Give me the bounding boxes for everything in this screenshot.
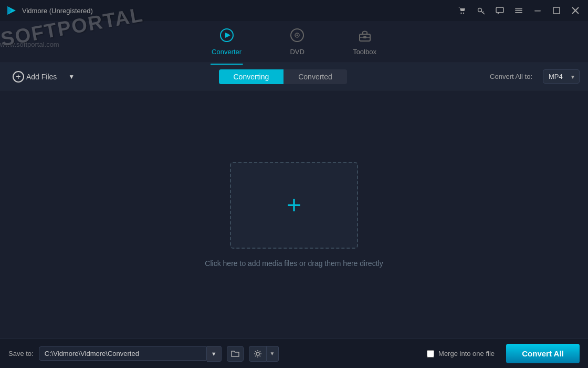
title-bar: Vidmore (Unregistered): [0, 0, 588, 21]
converted-tab[interactable]: Converted: [284, 69, 347, 84]
nav-toolbox-label: Toolbox: [353, 48, 376, 56]
add-files-dropdown-button[interactable]: ▼: [67, 71, 76, 83]
save-path-input[interactable]: [39, 346, 207, 361]
save-path-wrap: ▼: [39, 346, 222, 362]
add-files-plus-icon: +: [13, 71, 24, 83]
merge-wrap: Merge into one file: [284, 350, 495, 357]
merge-label: Merge into one file: [438, 350, 495, 357]
settings-button[interactable]: [249, 346, 267, 362]
main-content: + Click here to add media files or drag …: [0, 90, 588, 339]
svg-rect-23: [363, 36, 366, 38]
svg-point-4: [478, 8, 482, 12]
svg-point-24: [256, 352, 259, 355]
save-to-label: Save to:: [8, 350, 34, 357]
svg-rect-9: [515, 11, 522, 12]
nav-toolbox[interactable]: Toolbox: [344, 24, 385, 60]
add-files-button[interactable]: + Add Files: [8, 69, 61, 85]
add-files-label: Add Files: [26, 73, 57, 81]
toolbox-icon: [358, 28, 372, 46]
drop-zone-plus-icon: +: [287, 192, 301, 218]
converting-tab[interactable]: Converting: [219, 69, 284, 84]
drop-hint: Click here to add media files or drag th…: [205, 259, 383, 268]
top-nav: Converter DVD Toolbox: [0, 21, 588, 63]
settings-btn-wrap: ▼: [249, 346, 279, 362]
svg-rect-11: [534, 11, 541, 12]
drop-zone[interactable]: +: [230, 162, 358, 249]
menu-icon[interactable]: [511, 3, 526, 18]
settings-dropdown-button[interactable]: ▼: [267, 346, 279, 362]
save-path-dropdown-button[interactable]: ▼: [207, 346, 222, 362]
svg-line-6: [482, 12, 484, 13]
chat-icon[interactable]: [492, 3, 507, 18]
nav-converter[interactable]: Converter: [203, 24, 250, 60]
format-select[interactable]: MP4 MKV AVI MOV: [543, 69, 580, 84]
svg-point-17: [225, 33, 229, 37]
nav-converter-label: Converter: [212, 48, 242, 56]
format-select-wrap: MP4 MKV AVI MOV: [543, 69, 580, 84]
svg-point-3: [463, 13, 464, 14]
svg-rect-10: [515, 12, 522, 13]
svg-rect-7: [496, 7, 503, 13]
tab-group: Converting Converted: [82, 69, 484, 84]
bottom-bar: Save to: ▼ ▼ Merge into one file Convert…: [0, 339, 588, 368]
app-logo: [5, 4, 18, 17]
converter-icon: [219, 28, 234, 46]
convert-all-to-label: Convert All to:: [490, 73, 532, 80]
merge-checkbox[interactable]: [427, 350, 434, 357]
svg-point-2: [460, 13, 461, 14]
app-title: Vidmore (Unregistered): [22, 7, 455, 15]
svg-point-20: [297, 35, 298, 36]
key-icon[interactable]: [474, 3, 488, 18]
dvd-icon: [290, 28, 304, 46]
convert-all-button[interactable]: Convert All: [506, 344, 580, 363]
minimize-button[interactable]: [530, 3, 545, 18]
svg-rect-12: [553, 7, 560, 14]
nav-dvd[interactable]: DVD: [281, 24, 313, 60]
window-controls: [455, 3, 583, 18]
toolbar: + Add Files ▼ Converting Converted Conve…: [0, 63, 588, 90]
close-button[interactable]: [568, 3, 583, 18]
maximize-button[interactable]: [549, 3, 564, 18]
cart-icon[interactable]: [455, 3, 469, 18]
svg-rect-8: [515, 8, 522, 9]
open-folder-button[interactable]: [227, 346, 244, 362]
nav-dvd-label: DVD: [290, 48, 304, 56]
